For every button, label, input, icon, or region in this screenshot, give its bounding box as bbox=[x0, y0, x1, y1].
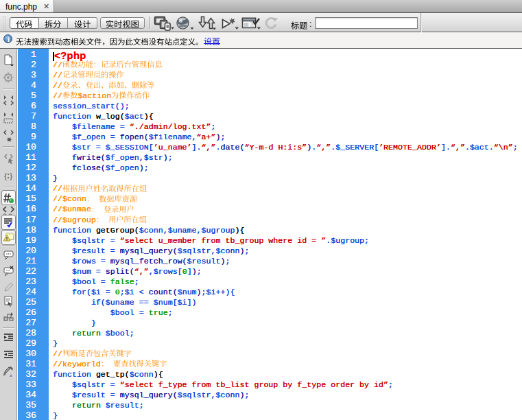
svg-text:{: { bbox=[3, 171, 8, 181]
svg-text:}: } bbox=[9, 171, 13, 181]
